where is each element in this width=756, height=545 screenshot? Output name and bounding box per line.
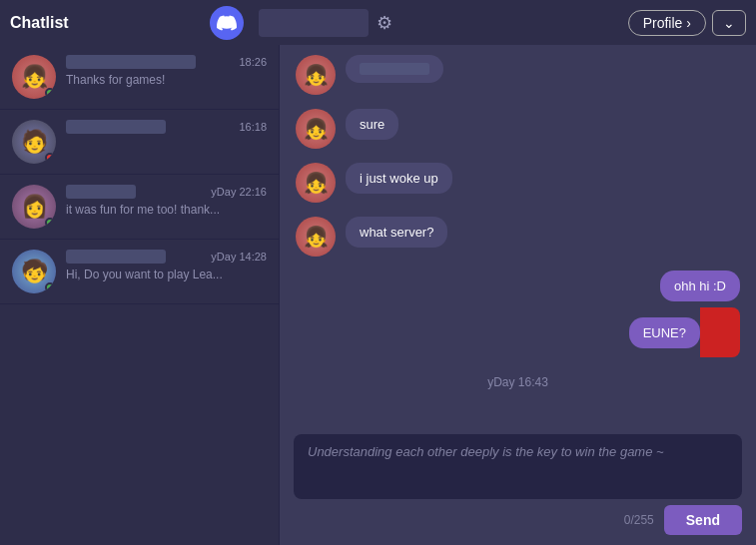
chat-item-1[interactable]: 👧 18:26 Thanks for games!: [0, 45, 279, 110]
chat-time-2: 16:18: [239, 121, 267, 133]
message-row-4: 👧 what server?: [296, 217, 740, 257]
chat-preview-4: Hi, Do you want to play Lea...: [66, 268, 267, 281]
chat-input-area: Understanding each other deeply is the k…: [280, 426, 756, 545]
chat-input-box[interactable]: Understanding each other deeply is the k…: [294, 434, 742, 499]
input-placeholder: Understanding each other deeply is the k…: [308, 444, 664, 459]
chat-info-3: yDay 22:16 it was fun for me too! thank.…: [66, 185, 267, 217]
message-row-5: ohh hi :D EUNE?: [296, 271, 740, 357]
avatar-4: 🧒: [12, 250, 56, 293]
avatar-2: 🧑: [12, 120, 56, 164]
chat-item-4[interactable]: 🧒 yDay 14:28 Hi, Do you want to play Lea…: [0, 240, 279, 304]
bubble-2: sure: [346, 109, 398, 140]
msg-avatar-1: 👧: [296, 55, 336, 95]
status-dot-online: [45, 88, 55, 98]
chat-preview-1: Thanks for games!: [66, 73, 267, 87]
timestamp-center: yDay 16:43: [296, 375, 740, 389]
status-dot-dnd: [45, 153, 55, 163]
message-row-1: 👧: [296, 55, 740, 95]
chat-time-3: yDay 22:16: [211, 186, 267, 198]
chat-name-1: [66, 55, 196, 69]
bubble-1: [346, 55, 443, 83]
chat-name-4: [66, 250, 166, 264]
chat-input-footer: 0/255 Send: [294, 499, 742, 545]
msg-avatar-4: 👧: [296, 217, 336, 257]
msg-avatar-2: 👧: [296, 109, 336, 149]
chat-name-row-3: yDay 22:16: [66, 185, 267, 199]
chat-name-3: [66, 185, 136, 199]
dropdown-button[interactable]: ⌄: [712, 10, 746, 36]
main-area: 👧 18:26 Thanks for games! 🧑 16:18: [0, 45, 756, 545]
status-dot-online-4: [45, 282, 55, 292]
chat-info-1: 18:26 Thanks for games!: [66, 55, 267, 87]
chat-name-row-4: yDay 14:28: [66, 250, 267, 264]
chat-name-2: [66, 120, 166, 134]
chat-name-row-2: 16:18: [66, 120, 267, 134]
msg-avatar-3: 👧: [296, 163, 336, 203]
status-dot-online-3: [45, 218, 55, 228]
search-bar[interactable]: [259, 9, 369, 37]
chat-time-4: yDay 14:28: [211, 251, 267, 263]
chat-info-4: yDay 14:28 Hi, Do you want to play Lea..…: [66, 250, 267, 281]
bubble-4: what server?: [346, 217, 447, 248]
header-right: Profile › ⌄: [628, 10, 746, 36]
header-center: ⚙: [249, 9, 628, 37]
message-row-3: 👧 i just woke up: [296, 163, 740, 203]
send-button[interactable]: Send: [664, 505, 742, 535]
chat-item-3[interactable]: 👩 yDay 22:16 it was fun for me too! than…: [0, 175, 279, 240]
bubble-5: ohh hi :D: [660, 271, 740, 301]
chat-name-row-1: 18:26: [66, 55, 267, 69]
discord-icon[interactable]: [210, 6, 244, 40]
chat-preview-3: it was fun for me too! thank...: [66, 203, 267, 217]
avatar-1: 👧: [12, 55, 56, 99]
profile-button[interactable]: Profile ›: [628, 10, 706, 36]
chatlist: 👧 18:26 Thanks for games! 🧑 16:18: [0, 45, 280, 545]
bubble-6: EUNE?: [629, 317, 700, 348]
char-count: 0/255: [624, 513, 654, 527]
message-row-2: 👧 sure: [296, 109, 740, 149]
app-title: Chatlist: [10, 14, 210, 32]
bubble-3: i just woke up: [346, 163, 452, 194]
avatar-3: 👩: [12, 185, 56, 229]
messages-list: 👧 👧 sure 👧 i just woke up 👧 what server?: [280, 45, 756, 426]
chat-info-2: 16:18: [66, 120, 267, 138]
gear-icon[interactable]: ⚙: [377, 12, 392, 34]
chat-item-2[interactable]: 🧑 16:18: [0, 110, 279, 175]
app-header: Chatlist ⚙ Profile › ⌄: [0, 0, 756, 45]
chat-time-1: 18:26: [239, 56, 267, 68]
chat-panel: 👧 👧 sure 👧 i just woke up 👧 what server?: [280, 45, 756, 545]
